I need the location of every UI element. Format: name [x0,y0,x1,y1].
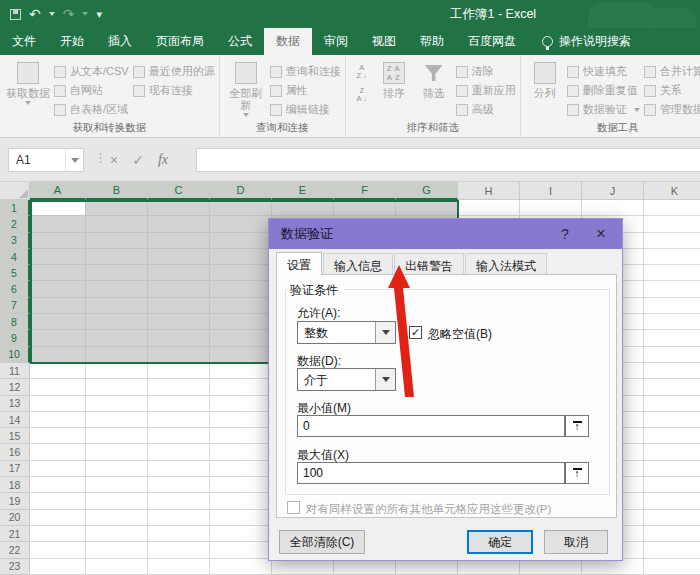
grid-cell-B10[interactable] [86,347,148,363]
recent-sources-button[interactable]: 最近使用的源 [133,63,215,80]
column-header-K[interactable]: K [644,182,700,200]
grid-cell-B5[interactable] [86,265,148,281]
column-header-I[interactable]: I [520,182,582,200]
grid-cell-C19[interactable] [148,493,210,509]
column-header-E[interactable]: E [272,182,334,200]
undo-dropdown-icon[interactable] [49,12,55,16]
allow-dropdown-button[interactable] [375,322,395,343]
grid-cell-C5[interactable] [148,265,210,281]
grid-cell-D10[interactable] [210,347,272,363]
row-header-6[interactable]: 6 [0,281,30,297]
maximum-input[interactable] [297,462,565,484]
grid-cell-A4[interactable] [30,249,86,265]
name-box-dropdown[interactable] [65,149,83,171]
grid-cell-B7[interactable] [86,298,148,314]
grid-cell-D13[interactable] [210,396,272,412]
row-header-19[interactable]: 19 [0,493,30,509]
grid-cell-K12[interactable] [644,379,700,395]
grid-cell-A11[interactable] [30,363,86,379]
grid-cell-C2[interactable] [148,216,210,232]
grid-cell-D23[interactable] [210,559,272,575]
grid-cell-D22[interactable] [210,542,272,558]
row-header-5[interactable]: 5 [0,265,30,281]
grid-cell-D14[interactable] [210,412,272,428]
row-header-17[interactable]: 17 [0,461,30,477]
get-data-button[interactable]: 获取数据 [6,59,50,105]
grid-cell-B3[interactable] [86,233,148,249]
grid-cell-D20[interactable] [210,510,272,526]
row-header-20[interactable]: 20 [0,510,30,526]
row-header-23[interactable]: 23 [0,559,30,575]
grid-cell-C17[interactable] [148,461,210,477]
grid-cell-C4[interactable] [148,249,210,265]
sort-descending-icon[interactable]: ZA ↓ [352,86,372,103]
grid-cell-D16[interactable] [210,444,272,460]
row-header-22[interactable]: 22 [0,542,30,558]
grid-cell-K18[interactable] [644,477,700,493]
grid-cell-C21[interactable] [148,526,210,542]
reapply-button[interactable]: 重新应用 [456,82,516,99]
data-validation-button[interactable]: 数据验证 [567,101,640,118]
grid-cell-C3[interactable] [148,233,210,249]
grid-cell-A13[interactable] [30,396,86,412]
grid-cell-D17[interactable] [210,461,272,477]
grid-cell-K14[interactable] [644,412,700,428]
grid-cell-K23[interactable] [644,559,700,575]
grid-cell-D4[interactable] [210,249,272,265]
grid-cell-D2[interactable] [210,216,272,232]
cancel-button[interactable]: 取消 [544,530,608,554]
grid-cell-B22[interactable] [86,542,148,558]
grid-cell-C11[interactable] [148,363,210,379]
grid-cell-D18[interactable] [210,477,272,493]
undo-icon[interactable]: ↶ [29,4,41,24]
allow-dropdown[interactable]: 整数 [297,321,396,344]
grid-cell-B17[interactable] [86,461,148,477]
grid-cell-J1[interactable] [582,200,644,216]
grid-cell-E1[interactable] [272,200,334,216]
grid-cell-D12[interactable] [210,379,272,395]
name-box[interactable]: A1 [8,148,84,172]
dialog-tab-ime-mode[interactable]: 输入法模式 [465,253,547,275]
grid-cell-D9[interactable] [210,330,272,346]
grid-cell-D6[interactable] [210,281,272,297]
row-header-4[interactable]: 4 [0,249,30,265]
column-header-B[interactable]: B [86,182,148,200]
grid-cell-C16[interactable] [148,444,210,460]
grid-cell-K4[interactable] [644,249,700,265]
ribbon-tab-审阅[interactable]: 审阅 [312,28,360,55]
grid-cell-B8[interactable] [86,314,148,330]
ignore-blank-label[interactable]: 忽略空值(B) [428,326,492,343]
grid-cell-C23[interactable] [148,559,210,575]
row-header-7[interactable]: 7 [0,298,30,314]
row-header-1[interactable]: 1 [0,200,30,216]
minimum-collapse-button[interactable]: ↑ [565,415,589,437]
text-to-columns-button[interactable]: 分列 [527,59,563,99]
grid-cell-K17[interactable] [644,461,700,477]
ribbon-tab-公式[interactable]: 公式 [216,28,264,55]
clear-all-button[interactable]: 全部清除(C) [279,530,365,554]
from-table-range-button[interactable]: 自表格/区域 [54,101,129,118]
grid-cell-A14[interactable] [30,412,86,428]
row-header-9[interactable]: 9 [0,330,30,346]
row-header-8[interactable]: 8 [0,314,30,330]
grid-cell-B2[interactable] [86,216,148,232]
grid-cell-A8[interactable] [30,314,86,330]
from-text-csv-button[interactable]: 从文本/CSV [54,63,129,80]
grid-cell-C13[interactable] [148,396,210,412]
grid-cell-F1[interactable] [334,200,396,216]
grid-cell-A1[interactable] [30,200,86,216]
row-header-16[interactable]: 16 [0,444,30,460]
grid-cell-B6[interactable] [86,281,148,297]
grid-cell-A3[interactable] [30,233,86,249]
dialog-tab-error-alert[interactable]: 出错警告 [394,253,464,275]
grid-cell-K8[interactable] [644,314,700,330]
column-header-F[interactable]: F [334,182,396,200]
grid-cell-B20[interactable] [86,510,148,526]
remove-duplicates-button[interactable]: 删除重复值 [567,82,640,99]
insert-function-icon[interactable]: fx [158,152,168,168]
grid-cell-D5[interactable] [210,265,272,281]
ribbon-tab-文件[interactable]: 文件 [0,28,48,55]
ribbon-tab-开始[interactable]: 开始 [48,28,96,55]
grid-cell-K2[interactable] [644,216,700,232]
column-header-G[interactable]: G [396,182,458,200]
